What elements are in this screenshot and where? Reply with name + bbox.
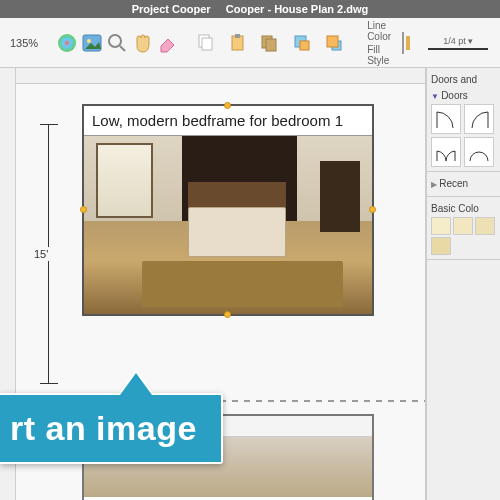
door-symbol-single-right[interactable] — [464, 104, 494, 134]
svg-point-2 — [87, 39, 91, 43]
panel-doors-expanded[interactable]: Doors — [431, 88, 496, 104]
zoom-percentage[interactable]: 135% — [4, 37, 44, 49]
selection-handle-w[interactable] — [80, 206, 87, 213]
selection-handle-e[interactable] — [369, 206, 376, 213]
color-picker-tool[interactable] — [56, 28, 78, 58]
clipboard-group — [190, 28, 284, 58]
chevron-down-icon: ▾ — [468, 36, 473, 46]
selection-handle-n[interactable] — [224, 102, 231, 109]
image-frame[interactable]: Low, modern bedframe for bedroom 1 — [82, 104, 374, 316]
copy-tool[interactable] — [190, 28, 220, 58]
dimension-line[interactable]: 15' — [24, 124, 72, 384]
line-weight-control[interactable]: 1/4 pt▾ — [416, 36, 488, 50]
image-bed — [188, 207, 286, 257]
color-swatch[interactable] — [475, 217, 495, 235]
side-panel: Doors and Doors Recen Basic Colo — [426, 68, 500, 500]
svg-point-0 — [58, 34, 76, 52]
image-shelf — [320, 161, 360, 232]
svg-rect-6 — [202, 38, 212, 50]
fill-style-label: Fill Style — [367, 44, 391, 66]
zoom-tool[interactable] — [106, 28, 128, 58]
embedded-image[interactable] — [84, 136, 372, 314]
line-weight-value: 1/4 pt — [443, 36, 466, 46]
send-back-tool[interactable] — [319, 28, 349, 58]
dimension-value: 15' — [32, 247, 50, 261]
callout-text: rt an image — [10, 409, 197, 447]
tutorial-callout: rt an image — [0, 393, 223, 464]
ruler-horizontal — [16, 68, 425, 84]
cut-tool[interactable] — [254, 28, 284, 58]
eraser-tool[interactable] — [156, 28, 178, 58]
selection-handle-s[interactable] — [224, 311, 231, 318]
svg-line-4 — [120, 46, 125, 51]
title-bar: Project Cooper Cooper - House Plan 2.dwg — [0, 0, 500, 18]
panel-recent-section[interactable]: Recen — [427, 172, 500, 197]
line-color-label: Line Color — [367, 20, 391, 42]
svg-point-3 — [109, 35, 121, 47]
door-symbol-single[interactable] — [431, 104, 461, 134]
panel-colors-header[interactable]: Basic Colo — [431, 201, 496, 217]
svg-rect-7 — [232, 36, 243, 50]
svg-rect-14 — [327, 36, 338, 47]
image-window — [96, 143, 154, 218]
line-properties: Line Color Fill Style — [361, 20, 391, 66]
arrange-group — [287, 28, 349, 58]
pan-tool[interactable] — [131, 28, 153, 58]
svg-rect-8 — [235, 34, 240, 38]
door-symbol-double[interactable] — [431, 137, 461, 167]
panel-colors-section[interactable]: Basic Colo — [427, 197, 500, 260]
bring-front-tool[interactable] — [287, 28, 317, 58]
main-toolbar: 135% Line Color Fill Style 1/4 pt▾ Opaci… — [0, 18, 500, 68]
panel-recent-header[interactable]: Recen — [431, 176, 496, 192]
line-weight-preview — [428, 48, 488, 50]
frame-caption[interactable]: Low, modern bedframe for bedroom 1 — [84, 106, 372, 136]
panel-doors-header[interactable]: Doors and — [431, 72, 496, 88]
door-symbol-bifold[interactable] — [464, 137, 494, 167]
panel-doors-section[interactable]: Doors and Doors — [427, 68, 500, 172]
svg-rect-10 — [266, 39, 276, 51]
opacity-control[interactable]: Opacity — [491, 35, 500, 51]
color-swatch-grid — [431, 217, 496, 255]
line-color-swatch[interactable] — [402, 32, 404, 54]
door-symbol-grid — [431, 104, 496, 167]
paste-tool[interactable] — [222, 28, 252, 58]
color-swatch[interactable] — [431, 237, 451, 255]
file-name: Cooper - House Plan 2.dwg — [226, 3, 368, 15]
project-name: Project Cooper — [132, 3, 211, 15]
image-rug — [142, 261, 344, 307]
svg-rect-12 — [300, 41, 309, 50]
color-swatch[interactable] — [431, 217, 451, 235]
color-swatch[interactable] — [453, 217, 473, 235]
image-tool[interactable] — [81, 28, 103, 58]
